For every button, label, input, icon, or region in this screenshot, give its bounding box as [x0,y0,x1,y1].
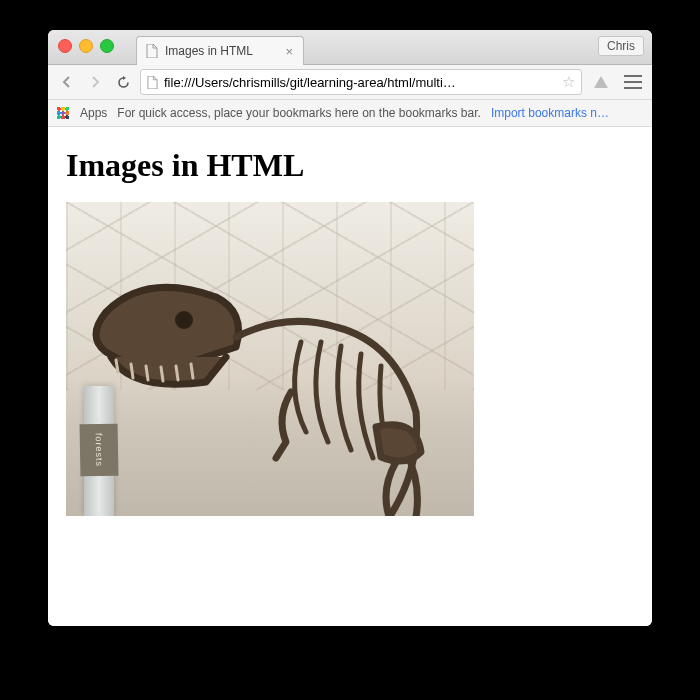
browser-window: Images in HTML × Chris file:///Users/chr… [48,30,652,626]
tab-title: Images in HTML [165,44,253,58]
svg-line-5 [191,364,193,378]
page-content: Images in HTML forests [48,127,652,626]
apps-label[interactable]: Apps [80,106,107,120]
window-controls [58,39,114,53]
browser-tab[interactable]: Images in HTML × [136,36,304,65]
svg-line-0 [116,360,118,372]
svg-line-4 [176,366,178,380]
reload-button[interactable] [112,71,134,93]
url-text: file:///Users/chrismills/git/learning-ar… [164,75,556,90]
profile-badge[interactable]: Chris [598,36,644,56]
apps-icon[interactable] [56,106,70,120]
toolbar: file:///Users/chrismills/git/learning-ar… [48,65,652,100]
bookmark-star-icon[interactable]: ☆ [562,73,575,91]
svg-line-2 [146,366,148,380]
page-icon [145,44,159,58]
minimize-window-button[interactable] [79,39,93,53]
import-bookmarks-link[interactable]: Import bookmarks n… [491,106,609,120]
titlebar: Images in HTML × Chris [48,30,652,65]
svg-line-3 [161,367,163,381]
svg-point-6 [175,311,193,329]
zoom-window-button[interactable] [100,39,114,53]
back-button[interactable] [56,71,78,93]
page-icon [147,76,158,89]
close-window-button[interactable] [58,39,72,53]
address-bar[interactable]: file:///Users/chrismills/git/learning-ar… [140,69,582,95]
tab-close-button[interactable]: × [283,45,295,58]
content-image: forests [66,202,474,516]
bookmarks-hint: For quick access, place your bookmarks h… [117,106,481,120]
drive-icon[interactable] [594,76,608,88]
page-heading: Images in HTML [66,147,634,184]
svg-line-1 [131,364,133,378]
dinosaur-skeleton-icon [76,242,474,516]
hamburger-menu-icon[interactable] [624,75,642,89]
forward-button[interactable] [84,71,106,93]
bookmarks-bar: Apps For quick access, place your bookma… [48,100,652,127]
